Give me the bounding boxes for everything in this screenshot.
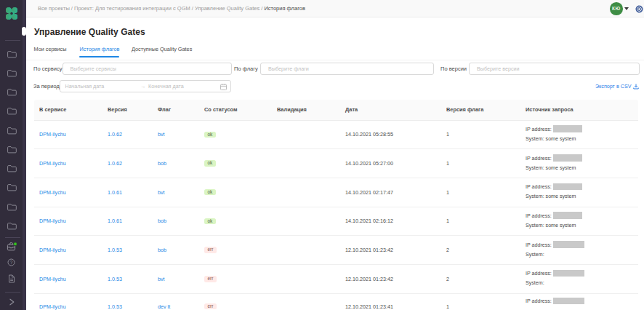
svg-text:?: ? <box>10 259 13 264</box>
